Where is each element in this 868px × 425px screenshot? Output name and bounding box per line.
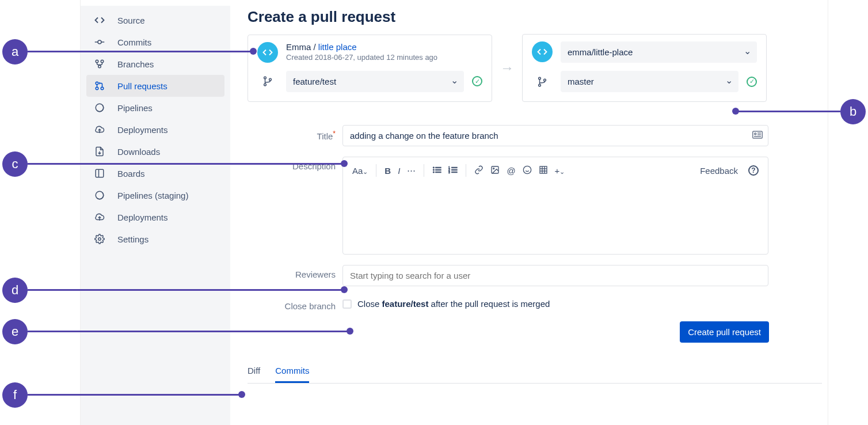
annotation-a-badge: a	[2, 39, 28, 64]
svg-rect-12	[96, 169, 104, 177]
sidebar-item-pipelines[interactable]: Pipelines	[86, 97, 224, 119]
cloud-up-icon	[93, 124, 106, 135]
svg-rect-39	[452, 172, 458, 173]
feedback-link[interactable]: Feedback	[700, 166, 738, 176]
annotation-c-dot	[341, 160, 348, 167]
numbered-list-button[interactable]: 123	[448, 166, 458, 176]
sidebar-item-label: Deployments	[117, 125, 168, 135]
sidebar-item-pull-requests[interactable]: Pull requests	[86, 75, 224, 97]
svg-point-22	[544, 79, 546, 81]
svg-rect-33	[436, 172, 441, 173]
annotation-f-line	[28, 394, 239, 396]
sidebar-item-label: Pipelines (staging)	[117, 191, 188, 200]
description-editor[interactable]: Aa⌄ B I ⋯ 123	[342, 157, 768, 255]
help-button[interactable]: ?	[748, 165, 759, 176]
table-button[interactable]	[539, 165, 548, 176]
source-repo-link[interactable]: little place	[318, 42, 357, 52]
sidebar-item-source[interactable]: Source	[86, 9, 224, 31]
pull-request-icon	[93, 81, 106, 91]
repo-icon	[257, 42, 278, 63]
bold-button[interactable]: B	[384, 166, 391, 176]
dest-branch-card: emma/little-place master ✓	[522, 34, 767, 102]
reviewers-input[interactable]	[342, 265, 768, 286]
sidebar-item-label: Pipelines	[117, 103, 153, 113]
title-input[interactable]	[342, 125, 768, 146]
svg-point-41	[493, 168, 494, 169]
svg-point-17	[264, 77, 267, 79]
commit-icon	[93, 37, 106, 47]
sidebar-item-label: Source	[117, 16, 145, 25]
more-formatting-button[interactable]: ⋯	[407, 165, 416, 176]
page-title: Create a pull request	[248, 0, 822, 34]
annotation-b-badge: b	[840, 99, 866, 124]
annotation-e-badge: e	[2, 319, 28, 344]
sidebar-item-pipelines-staging[interactable]: Pipelines (staging)	[86, 184, 224, 206]
svg-point-3	[96, 60, 98, 63]
sidebar-item-branches[interactable]: Branches	[86, 53, 224, 75]
sidebar-item-label: Pull requests	[117, 81, 167, 91]
sidebar-item-commits[interactable]: Commits	[86, 31, 224, 53]
card-icon[interactable]	[752, 131, 763, 141]
svg-point-42	[523, 166, 531, 173]
pipelines-icon	[93, 190, 106, 200]
annotation-d-badge: d	[2, 278, 28, 303]
annotation-d-dot	[341, 286, 348, 293]
close-branch-checkbox[interactable]	[342, 299, 352, 309]
dest-repo-select[interactable]: emma/little-place	[561, 41, 757, 63]
status-ok-icon: ✓	[747, 77, 757, 87]
svg-rect-45	[540, 166, 547, 173]
sidebar-item-boards[interactable]: Boards	[86, 162, 224, 184]
description-label: Description	[282, 157, 342, 255]
sidebar-item-label: Boards	[117, 169, 145, 179]
sidebar-item-label: Deployments	[117, 212, 168, 222]
tab-diff[interactable]: Diff	[248, 366, 260, 383]
annotation-f-badge: f	[2, 382, 28, 408]
svg-point-21	[539, 84, 541, 86]
svg-text:3: 3	[448, 171, 450, 174]
source-branch-select[interactable]: feature/test	[286, 71, 464, 92]
close-branch-text: Close feature/test after the pull reques…	[357, 299, 550, 309]
title-label: Title*	[282, 125, 342, 146]
close-branch-label: Close branch	[282, 297, 342, 311]
sidebar-item-deployments-2[interactable]: Deployments	[86, 206, 224, 228]
tab-commits[interactable]: Commits	[275, 366, 309, 383]
svg-point-0	[98, 40, 101, 44]
source-branch-card: Emma / little place Created 2018-06-27, …	[248, 35, 492, 102]
source-repo-title: Emma / little place	[286, 42, 437, 52]
text-style-button[interactable]: Aa⌄	[352, 166, 368, 176]
svg-rect-37	[452, 167, 458, 168]
pipelines-icon	[93, 103, 106, 113]
annotation-c-badge: c	[2, 151, 28, 177]
code-icon	[93, 15, 106, 25]
mention-button[interactable]: @	[507, 166, 515, 176]
image-button[interactable]	[490, 165, 500, 176]
svg-rect-38	[452, 169, 458, 170]
branch-icon	[93, 59, 106, 69]
annotation-b-line	[738, 111, 840, 112]
svg-point-24	[755, 133, 756, 135]
svg-point-16	[98, 238, 101, 241]
italic-button[interactable]: I	[398, 166, 400, 176]
sidebar-item-label: Settings	[117, 234, 149, 244]
link-button[interactable]	[474, 165, 484, 176]
sidebar-item-downloads[interactable]: Downloads	[86, 141, 224, 162]
svg-point-18	[264, 84, 267, 86]
sidebar: Source Commits Branches Pull requests Pi…	[81, 6, 230, 425]
result-tabs: Diff Commits	[248, 366, 822, 384]
sidebar-item-deployments[interactable]: Deployments	[86, 119, 224, 141]
emoji-button[interactable]	[523, 165, 532, 176]
svg-point-29	[433, 169, 435, 170]
svg-point-30	[433, 171, 435, 172]
svg-point-28	[433, 166, 435, 168]
dest-branch-select[interactable]: master	[561, 71, 738, 92]
create-pr-button[interactable]: Create pull request	[680, 321, 769, 343]
insert-more-button[interactable]: +⌄	[555, 166, 565, 176]
annotation-a-line	[28, 51, 251, 52]
sidebar-item-settings[interactable]: Settings	[86, 228, 224, 250]
download-icon	[93, 146, 106, 157]
annotation-e-dot	[347, 328, 353, 335]
bullet-list-button[interactable]	[432, 166, 441, 176]
source-repo-meta: Created 2018-06-27, updated 12 minutes a…	[286, 53, 437, 62]
arrow-right-icon: →	[500, 60, 514, 76]
boards-icon	[93, 168, 106, 179]
